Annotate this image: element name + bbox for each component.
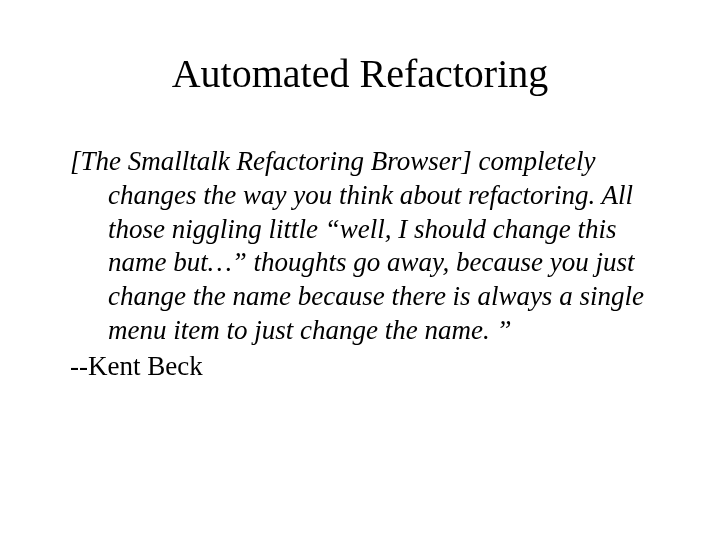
attribution: --Kent Beck <box>70 350 650 384</box>
slide-body: [The Smalltalk Refactoring Browser] comp… <box>70 145 650 383</box>
slide-title: Automated Refactoring <box>70 50 650 97</box>
quote-text: [The Smalltalk Refactoring Browser] comp… <box>70 145 650 348</box>
